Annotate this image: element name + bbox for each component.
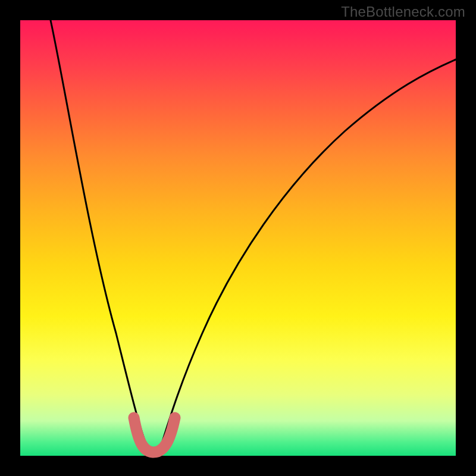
watermark-text: TheBottleneck.com — [341, 4, 465, 20]
chart-gradient-panel — [20, 20, 456, 456]
